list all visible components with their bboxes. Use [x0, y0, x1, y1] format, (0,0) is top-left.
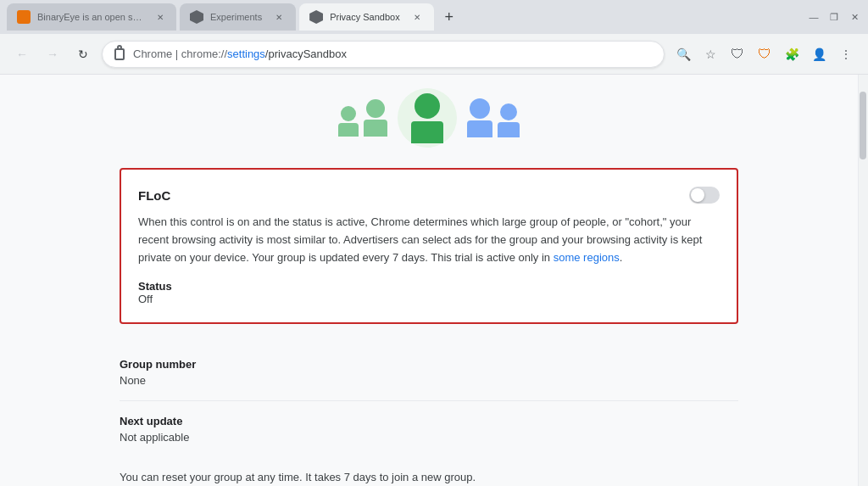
forward-button[interactable]: →	[41, 42, 64, 66]
tab-close-binaryeye[interactable]: ✕	[154, 10, 166, 24]
tab-label-binaryeye: BinaryEye is an open source a	[37, 12, 144, 22]
group-number-section: Group number None	[120, 344, 738, 401]
avatar-group-left	[338, 99, 387, 137]
window-controls: — ❐ ✕	[807, 10, 861, 24]
tab-icon-experiments	[190, 10, 203, 24]
maximize-button[interactable]: ❐	[827, 10, 841, 24]
page-main: FLoC When this control is on and the sta…	[0, 75, 858, 486]
security-shield-icon[interactable]: 🛡	[753, 42, 776, 66]
floc-header: FLoC	[138, 187, 720, 204]
scrollbar[interactable]	[858, 75, 868, 486]
status-row: Status Off	[138, 280, 720, 305]
address-scheme: chrome://	[181, 47, 227, 60]
floc-description: When this control is on and the status i…	[138, 214, 720, 266]
content-wrapper: FLoC When this control is on and the sta…	[103, 75, 755, 486]
page-content: FLoC When this control is on and the sta…	[0, 75, 868, 486]
tab-close-privacy-sandbox[interactable]: ✕	[410, 10, 424, 24]
next-update-label: Next update	[120, 415, 738, 427]
tab-label-privacy-sandbox: Privacy Sandbox	[330, 12, 400, 22]
address-subpath: /privacySandbox	[265, 47, 347, 60]
navigation-bar: ← → ↻ Chrome | chrome://settings/privacy…	[0, 34, 868, 75]
tab-label-experiments: Experiments	[210, 12, 262, 22]
close-button[interactable]: ✕	[848, 10, 861, 24]
tab-close-experiments[interactable]: ✕	[272, 10, 286, 24]
avatar-sm-green	[338, 106, 359, 137]
minimize-button[interactable]: —	[807, 10, 821, 24]
center-avatar-highlight	[398, 88, 457, 148]
bookmark-icon[interactable]: ☆	[698, 42, 722, 66]
refresh-button[interactable]: ↻	[71, 42, 95, 66]
avatar-group-right	[467, 98, 520, 137]
avatar-right-blue-lg	[498, 103, 520, 137]
tab-binaryeye[interactable]: BinaryEye is an open source a ✕	[7, 3, 176, 31]
profile-icon[interactable]: 👤	[807, 42, 831, 66]
floc-title: FLoC	[138, 188, 170, 203]
avatar-center-green	[411, 93, 443, 143]
status-value: Off	[138, 293, 720, 305]
address-separator: |	[172, 47, 181, 60]
back-button[interactable]: ←	[10, 42, 34, 66]
avatar-md-green	[364, 99, 387, 137]
address-lock-icon	[113, 47, 126, 61]
avatar-right-blue	[467, 98, 492, 137]
address-settings: settings	[227, 47, 265, 60]
new-tab-button[interactable]: +	[437, 5, 461, 29]
nav-icons: 🔍 ☆ 🛡 🛡 🧩 👤 ⋮	[671, 42, 858, 66]
some-regions-link[interactable]: some regions	[554, 251, 620, 264]
toggle-knob	[691, 188, 704, 202]
title-bar: BinaryEye is an open source a ✕ Experime…	[0, 0, 868, 34]
address-bar[interactable]: Chrome | chrome://settings/privacySandbo…	[102, 41, 665, 68]
group-number-value: None	[120, 374, 738, 387]
address-text: Chrome | chrome://settings/privacySandbo…	[133, 47, 654, 60]
next-update-value: Not applicable	[120, 431, 738, 444]
center-avatar-container	[398, 88, 457, 148]
group-number-label: Group number	[120, 358, 738, 371]
tab-privacy-sandbox[interactable]: Privacy Sandbox ✕	[299, 3, 434, 31]
address-chrome: Chrome	[133, 47, 172, 60]
search-icon[interactable]: 🔍	[671, 42, 695, 66]
status-label: Status	[138, 280, 720, 293]
avatar-illustration	[120, 75, 738, 168]
shield-icon[interactable]: 🛡	[726, 42, 749, 66]
tab-icon-privacy-sandbox	[309, 10, 323, 24]
floc-toggle[interactable]	[689, 187, 720, 204]
floc-card: FLoC When this control is on and the sta…	[120, 168, 738, 324]
browser-window: BinaryEye is an open source a ✕ Experime…	[0, 0, 868, 486]
next-update-section: Next update Not applicable	[120, 401, 738, 457]
menu-icon[interactable]: ⋮	[834, 42, 858, 66]
scrollbar-thumb[interactable]	[860, 92, 866, 159]
reset-note: You can reset your group at any time. It…	[120, 457, 738, 486]
tab-experiments[interactable]: Experiments ✕	[180, 3, 296, 31]
tab-icon-binaryeye	[17, 10, 31, 24]
extensions-icon[interactable]: 🧩	[780, 42, 804, 66]
